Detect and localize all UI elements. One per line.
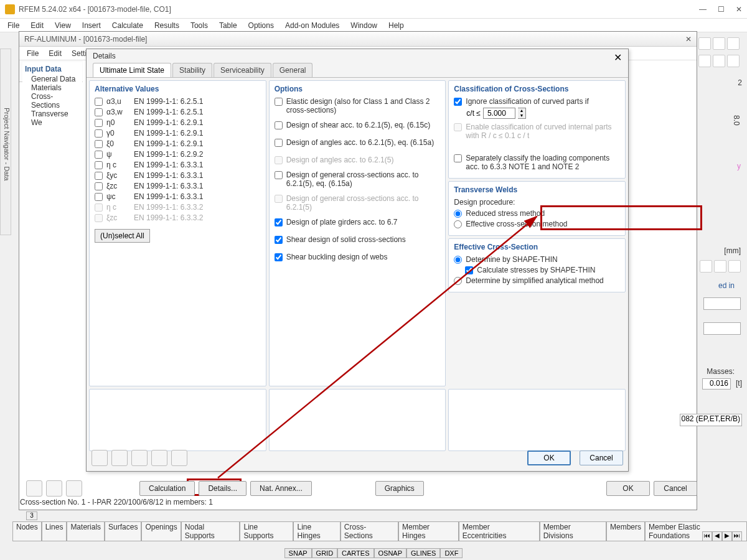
view-icon-2[interactable] bbox=[714, 260, 726, 273]
status-snap[interactable]: SNAP bbox=[284, 548, 312, 558]
tab-scroll-last-icon[interactable]: ⏭ bbox=[732, 531, 742, 541]
units-icon[interactable] bbox=[111, 450, 128, 466]
option-checkbox-1[interactable] bbox=[275, 121, 283, 129]
dialog-close-icon[interactable]: ✕ bbox=[614, 52, 622, 63]
separately-classify-checkbox[interactable] bbox=[454, 154, 462, 162]
nav-next-icon[interactable] bbox=[66, 480, 82, 497]
tab-scroll-first-icon[interactable]: ⏮ bbox=[702, 531, 712, 541]
project-navigator-tab[interactable]: Project Navigator - Data bbox=[0, 49, 11, 235]
subwin-close-icon[interactable]: ✕ bbox=[685, 35, 692, 44]
ed-in-field[interactable] bbox=[703, 297, 741, 310]
tree-item-cross-sections[interactable]: Cross-Sections bbox=[25, 92, 80, 110]
menu-view[interactable]: View bbox=[50, 20, 76, 31]
menu-table[interactable]: Table bbox=[214, 20, 242, 31]
alt-checkbox-5[interactable] bbox=[95, 151, 103, 159]
status-osnap[interactable]: OSNAP bbox=[374, 548, 407, 558]
tab-scroll-next-icon[interactable]: ▶ bbox=[722, 531, 732, 541]
unselect-all-button[interactable]: (Un)select All bbox=[95, 229, 150, 243]
tree-item-general[interactable]: General Data bbox=[25, 75, 80, 83]
minimize-icon[interactable]: — bbox=[699, 5, 707, 14]
default-icon[interactable] bbox=[151, 450, 167, 466]
alt-checkbox-0[interactable] bbox=[95, 98, 103, 106]
option-checkbox-0[interactable] bbox=[275, 98, 283, 106]
simplified-radio[interactable] bbox=[454, 277, 462, 285]
btab-nodes[interactable]: Nodes bbox=[12, 521, 42, 541]
tab-stability[interactable]: Stability bbox=[172, 63, 212, 77]
toolbar-icon-r6[interactable] bbox=[727, 55, 740, 67]
dialog-ok-button[interactable]: OK bbox=[527, 450, 571, 465]
maximize-icon[interactable]: ☐ bbox=[718, 5, 725, 14]
alt-checkbox-2[interactable] bbox=[95, 119, 103, 127]
nat-annex-button[interactable]: Nat. Annex... bbox=[250, 481, 312, 496]
details-button[interactable]: Details... bbox=[199, 481, 247, 496]
btab-cross-sections[interactable]: Cross-Sections bbox=[341, 521, 398, 541]
dialog-cancel-button[interactable]: Cancel bbox=[580, 450, 623, 465]
alt-checkbox-4[interactable] bbox=[95, 140, 103, 148]
calculation-button[interactable]: Calculation bbox=[139, 481, 195, 496]
btab-surfaces[interactable]: Surfaces bbox=[105, 521, 141, 541]
btab-materials[interactable]: Materials bbox=[67, 521, 105, 541]
shape-thin-radio[interactable] bbox=[454, 256, 462, 264]
toolbar-icon-r3[interactable] bbox=[727, 37, 740, 50]
menu-addon[interactable]: Add-on Modules bbox=[280, 20, 344, 31]
menu-tools[interactable]: Tools bbox=[186, 20, 213, 31]
reset-icon[interactable] bbox=[131, 450, 148, 466]
view-icon-1[interactable] bbox=[700, 260, 712, 273]
option-checkbox-8[interactable] bbox=[275, 253, 283, 261]
help-icon-2[interactable] bbox=[26, 480, 42, 497]
field-2[interactable] bbox=[703, 322, 741, 335]
btab-line-supports[interactable]: Line Supports bbox=[240, 521, 293, 541]
alt-checkbox-3[interactable] bbox=[95, 129, 103, 138]
bottom-code-field[interactable]: 082 (EP,ET,ER/B) bbox=[680, 414, 742, 426]
toolbar-icon-r2[interactable] bbox=[713, 37, 725, 50]
nav-prev-icon[interactable] bbox=[46, 480, 62, 497]
tree-item-transverse[interactable]: Transverse We bbox=[25, 110, 80, 127]
menu-results[interactable]: Results bbox=[149, 20, 184, 31]
btab-member-ecc[interactable]: Member Eccentricities bbox=[459, 521, 540, 541]
btab-members[interactable]: Members bbox=[606, 521, 645, 541]
toolbar-icon-r5[interactable] bbox=[713, 55, 725, 67]
option-checkbox-4[interactable] bbox=[275, 171, 283, 179]
btab-line-hinges[interactable]: Line Hinges bbox=[293, 521, 340, 541]
graphics-button[interactable]: Graphics bbox=[375, 481, 424, 496]
status-grid[interactable]: GRID bbox=[312, 548, 338, 558]
btab-member-hinges[interactable]: Member Hinges bbox=[398, 521, 459, 541]
alt-checkbox-6[interactable] bbox=[95, 161, 103, 169]
btab-nodal-supports[interactable]: Nodal Supports bbox=[181, 521, 240, 541]
toolbar-icon-r4[interactable] bbox=[698, 55, 711, 67]
btab-member-div[interactable]: Member Divisions bbox=[540, 521, 606, 541]
tab-uls[interactable]: Ultimate Limit State bbox=[93, 63, 171, 77]
subwin-cancel-button[interactable]: Cancel bbox=[654, 481, 697, 496]
status-cartes[interactable]: CARTES bbox=[337, 548, 374, 558]
alt-checkbox-1[interactable] bbox=[95, 108, 103, 116]
alt-checkbox-7[interactable] bbox=[95, 172, 103, 180]
save-icon[interactable] bbox=[171, 450, 187, 466]
menu-calculate[interactable]: Calculate bbox=[107, 20, 148, 31]
submenu-edit[interactable]: Edit bbox=[44, 48, 67, 59]
help-icon[interactable] bbox=[92, 450, 108, 466]
option-checkbox-7[interactable] bbox=[275, 236, 283, 244]
ignore-classification-checkbox[interactable] bbox=[454, 98, 462, 106]
reduced-stress-radio[interactable] bbox=[454, 210, 462, 218]
submenu-file[interactable]: File bbox=[22, 48, 44, 59]
status-dxf[interactable]: DXF bbox=[440, 548, 463, 558]
view-icon-3[interactable] bbox=[728, 260, 741, 273]
calc-stresses-checkbox[interactable] bbox=[465, 266, 473, 274]
btab-openings[interactable]: Openings bbox=[141, 521, 181, 541]
ct-input[interactable] bbox=[483, 108, 515, 119]
option-checkbox-2[interactable] bbox=[275, 139, 283, 147]
close-icon[interactable]: ✕ bbox=[736, 5, 742, 14]
btab-lines[interactable]: Lines bbox=[42, 521, 67, 541]
status-glines[interactable]: GLINES bbox=[406, 548, 440, 558]
subwin-ok-button[interactable]: OK bbox=[606, 481, 650, 496]
tab-serviceability[interactable]: Serviceability bbox=[214, 63, 271, 77]
menu-window[interactable]: Window bbox=[345, 20, 382, 31]
option-checkbox-6[interactable] bbox=[275, 218, 283, 226]
menu-file[interactable]: File bbox=[2, 20, 24, 31]
alt-checkbox-8[interactable] bbox=[95, 182, 103, 190]
menu-insert[interactable]: Insert bbox=[77, 20, 106, 31]
tree-item-materials[interactable]: Materials bbox=[25, 83, 80, 92]
menu-edit[interactable]: Edit bbox=[26, 20, 49, 31]
tab-general[interactable]: General bbox=[273, 63, 313, 77]
tab-scroll-prev-icon[interactable]: ◀ bbox=[712, 531, 722, 541]
